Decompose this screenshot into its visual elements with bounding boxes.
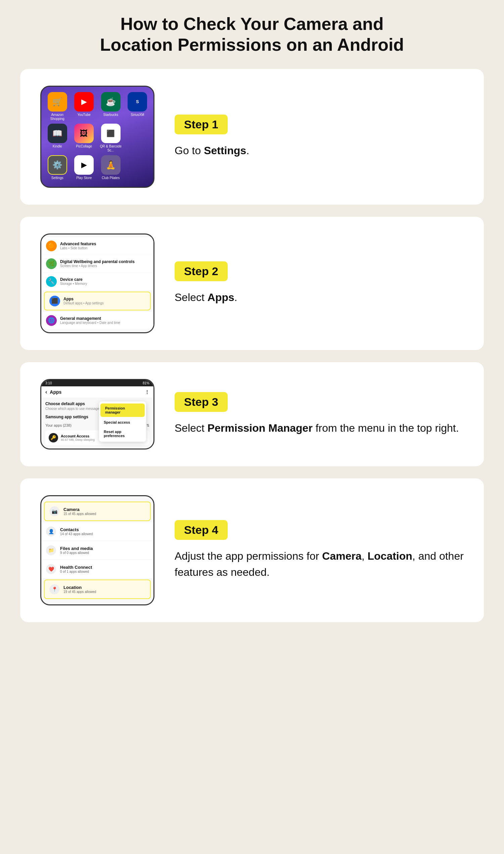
list-item: 🟠 Advanced features Labs • Side button xyxy=(41,237,154,255)
app-label: Kindle xyxy=(53,144,62,148)
settings-item-sub: Labs • Side button xyxy=(60,246,149,250)
perm-count: 14 of 43 apps allowed xyxy=(60,532,149,536)
more-icon: ⋮ xyxy=(145,389,149,395)
dropdown-item-reset[interactable]: Reset app preferences xyxy=(99,427,146,441)
list-item: 🌿 Digital Wellbeing and parental control… xyxy=(41,255,154,272)
list-item: ❤️ Health Connect 0 of 1 apps allowed xyxy=(41,560,154,578)
general-icon: 🌐 xyxy=(46,315,57,326)
settings-item-title: Apps xyxy=(64,297,145,301)
perm-count: 9 of 0 apps allowed xyxy=(60,551,149,555)
list-item: 🌐 General management Language and keyboa… xyxy=(41,312,154,329)
list-item: S SiriusXM xyxy=(126,92,150,121)
settings-item-title: Advanced features xyxy=(60,242,149,246)
dropdown-menu: Permission manager Special access Reset … xyxy=(99,402,146,442)
page-title: How to Check Your Camera and Location Pe… xyxy=(20,14,484,55)
step-3-badge: Step 3 xyxy=(175,392,228,412)
app-label: QR & Barcode Sc... xyxy=(99,144,123,153)
settings-item-title: Digital Wellbeing and parental controls xyxy=(60,259,149,264)
perm-name: Camera xyxy=(64,507,145,512)
apps-header: ‹ Apps ⋮ Permission manager Special acce… xyxy=(41,386,154,398)
step-1-badge: Step 1 xyxy=(175,114,228,135)
step-4-content: Step 4 Adjust the app permissions for Ca… xyxy=(175,520,464,580)
step-2-content: Step 2 Select Apps. xyxy=(175,261,464,305)
list-item: ▶ YouTube xyxy=(72,92,96,121)
account-title: Account Access xyxy=(61,434,95,438)
step-3-content: Step 3 Select Permission Manager from th… xyxy=(175,392,464,436)
perm-name: Files and media xyxy=(60,546,149,551)
camera-icon: 📷 xyxy=(49,506,59,516)
step-1-phone: 🛒 Amazon Shopping ▶ YouTube ☕ Starbucks … xyxy=(40,86,155,188)
apps-header-title: Apps xyxy=(50,389,61,395)
step-1-desc: Go to Settings. xyxy=(175,142,464,159)
step-1-card: 🛒 Amazon Shopping ▶ YouTube ☕ Starbucks … xyxy=(20,69,484,204)
sort-icon: ⇅ xyxy=(146,423,149,428)
settings-item-sub: Storage • Memory xyxy=(60,282,149,286)
list-item: ⬛ QR & Barcode Sc... xyxy=(99,124,123,153)
list-item xyxy=(126,124,150,153)
perm-name: Contacts xyxy=(60,527,149,532)
account-icon: 🔑 xyxy=(49,433,58,442)
spacer xyxy=(128,124,147,143)
dropdown-item-permission[interactable]: Permission manager xyxy=(101,404,145,417)
perm-count: 19 of 45 apps allowed xyxy=(64,590,145,594)
wellbeing-icon: 🌿 xyxy=(46,259,57,269)
list-item: 🔧 Device care Storage • Memory xyxy=(41,273,154,290)
app-label: Play Store xyxy=(76,176,92,180)
battery-indicator: 81% xyxy=(143,381,149,385)
status-bar: 3:10 81% xyxy=(41,380,154,386)
step-2-card: 🟠 Advanced features Labs • Side button 🌿… xyxy=(20,217,484,350)
app-label: Amazon Shopping xyxy=(45,113,70,121)
app-label: YouTube xyxy=(77,113,91,117)
location-icon: 📍 xyxy=(49,584,59,594)
step-3-phone: 3:10 81% ‹ Apps ⋮ Permission manager Spe… xyxy=(40,379,155,449)
account-sub: 40.67 MB, Deep sleeping xyxy=(61,438,95,442)
step-4-badge: Step 4 xyxy=(175,520,228,540)
app-label: PicCollage xyxy=(76,144,92,148)
step-2-phone: 🟠 Advanced features Labs • Side button 🌿… xyxy=(40,233,155,333)
menu-trigger[interactable]: ⋮ Permission manager Special access Rese… xyxy=(145,389,149,395)
piccollage-icon: 🖼 xyxy=(74,124,94,143)
apps-screen: 3:10 81% ‹ Apps ⋮ Permission manager Spe… xyxy=(40,379,155,449)
kindle-icon: 📖 xyxy=(48,124,67,143)
list-item: 🖼 PicCollage xyxy=(72,124,96,153)
playstore-icon: ▶ xyxy=(74,155,94,175)
dropdown-item-special[interactable]: Special access xyxy=(99,417,146,427)
starbucks-icon: ☕ xyxy=(101,92,121,111)
list-item: ⚙️ Settings xyxy=(45,155,70,180)
step-1-content: Step 1 Go to Settings. xyxy=(175,114,464,159)
settings-icon: ⚙️ xyxy=(48,155,67,175)
app-label: Starbucks xyxy=(104,113,118,117)
list-item: 👤 Contacts 14 of 43 apps allowed xyxy=(41,522,154,540)
clubpilates-icon: 🧘 xyxy=(101,155,121,175)
apps-icon: ⬛ xyxy=(49,296,60,306)
step-2-desc: Select Apps. xyxy=(175,289,464,305)
step-4-desc: Adjust the app permissions for Camera, L… xyxy=(175,548,464,580)
app-label: Settings xyxy=(51,176,64,180)
status-time: 3:10 xyxy=(45,381,52,385)
list-item: 🛒 Amazon Shopping xyxy=(45,92,70,121)
settings-screen: 🟠 Advanced features Labs • Side button 🌿… xyxy=(40,233,155,333)
settings-item-sub: Language and keyboard • Date and time xyxy=(60,321,149,324)
settings-list: 🟠 Advanced features Labs • Side button 🌿… xyxy=(41,234,154,332)
list-item: ⬛ Apps Default apps • App settings xyxy=(44,291,151,310)
devicecare-icon: 🔧 xyxy=(46,276,57,287)
step-2-badge: Step 2 xyxy=(175,261,228,281)
siriusxm-icon: S xyxy=(128,92,147,111)
health-icon: ❤️ xyxy=(46,564,56,574)
app-grid: 🛒 Amazon Shopping ▶ YouTube ☕ Starbucks … xyxy=(45,92,149,180)
perm-count: 0 of 1 apps allowed xyxy=(60,570,149,573)
step-3-desc: Select Permission Manager from the menu … xyxy=(175,420,464,436)
advanced-icon: 🟠 xyxy=(46,241,57,251)
perm-name: Health Connect xyxy=(60,565,149,570)
settings-item-title: Device care xyxy=(60,277,149,282)
home-screen: 🛒 Amazon Shopping ▶ YouTube ☕ Starbucks … xyxy=(40,86,155,188)
permissions-screen: 📷 Camera 15 of 45 apps allowed 👤 Contact… xyxy=(40,495,155,605)
contacts-icon: 👤 xyxy=(46,527,56,536)
perm-count: 15 of 45 apps allowed xyxy=(64,512,145,516)
list-item: 📁 Files and media 9 of 0 apps allowed xyxy=(41,541,154,559)
list-item: ▶ Play Store xyxy=(72,155,96,180)
app-label: Club Pilates xyxy=(102,176,120,180)
permissions-list: 📷 Camera 15 of 45 apps allowed 👤 Contact… xyxy=(41,496,154,604)
list-item: 📷 Camera 15 of 45 apps allowed xyxy=(44,502,151,521)
perm-name: Location xyxy=(64,585,145,590)
